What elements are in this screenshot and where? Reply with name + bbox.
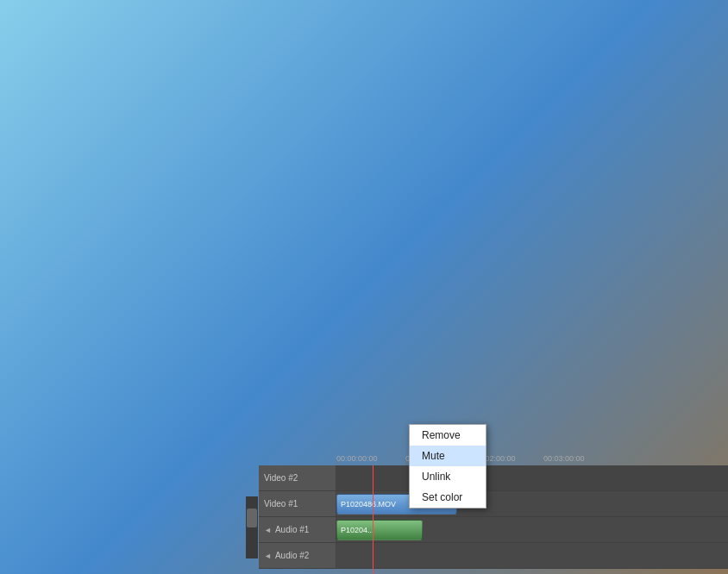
track-content-audio1[interactable]: P10204... bbox=[336, 517, 728, 542]
scroll-track-vertical[interactable] bbox=[246, 496, 258, 558]
timeline-tracks: Video #2 Video #1 P1020486.MOV bbox=[259, 465, 728, 574]
media-item-2[interactable]: P1020498.MOV bbox=[3, 527, 242, 557]
track-label-audio2: ◄ Audio #2 bbox=[259, 543, 336, 568]
track-row-video2: Video #2 bbox=[259, 465, 728, 491]
track-content-video1[interactable]: P1020486.MOV bbox=[336, 491, 728, 516]
media-list-area: ✕ P1020486.MOV length 00:01:19 bbox=[0, 484, 258, 571]
ruler-mark-0: 00:00:00:00 bbox=[336, 454, 405, 465]
playhead bbox=[373, 465, 373, 574]
context-menu: Remove Mute Unlink Set color bbox=[409, 424, 486, 508]
ruler-mark-3: 00:03:00:00 bbox=[543, 454, 612, 465]
library-timeline-row: Media Library ⊞ ✕ Media List ✕ bbox=[0, 448, 728, 574]
track-row-audio1: ◄ Audio #1 P10204... bbox=[259, 517, 728, 543]
media-scrollbar: ▲ ▼ bbox=[246, 484, 258, 571]
ctx-remove[interactable]: Remove bbox=[410, 425, 486, 446]
media-items: ✕ P1020486.MOV length 00:01:19 bbox=[0, 484, 246, 571]
track-content-video2[interactable] bbox=[336, 465, 728, 490]
track-label-audio1: ◄ Audio #1 bbox=[259, 517, 336, 542]
ctx-mute[interactable]: Mute bbox=[410, 446, 486, 466]
track-row-audio2: ◄ Audio #2 bbox=[259, 543, 728, 569]
track-label-video1: Video #1 bbox=[259, 491, 336, 516]
timeline-area: 00:00:00:00 00:01: 00:02:00:00 00:03:00:… bbox=[259, 448, 728, 574]
audio1-expand[interactable]: ◄ bbox=[264, 526, 272, 534]
audio1-clip[interactable]: P10204... bbox=[336, 520, 423, 540]
audio2-expand[interactable]: ◄ bbox=[264, 552, 272, 560]
media-thumb-2 bbox=[5, 529, 48, 555]
track-row-video1: Video #1 P1020486.MOV bbox=[259, 491, 728, 517]
ctx-set-color[interactable]: Set color bbox=[410, 487, 486, 508]
track-label-video2: Video #2 bbox=[259, 465, 336, 490]
ctx-unlink[interactable]: Unlink bbox=[410, 466, 486, 487]
media-library: Media Library ⊞ ✕ Media List ✕ bbox=[0, 448, 259, 574]
bottom-section: Media Library ⊞ ✕ Media List ✕ bbox=[0, 448, 728, 574]
scroll-thumb-vertical[interactable] bbox=[247, 508, 257, 527]
track-content-audio2[interactable] bbox=[336, 543, 728, 568]
